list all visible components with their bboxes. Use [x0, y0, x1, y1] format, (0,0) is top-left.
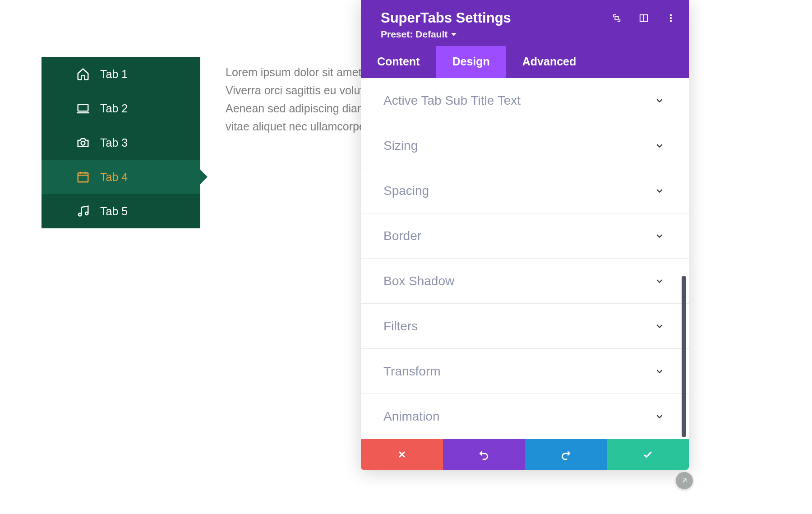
option-label: Border [383, 229, 421, 243]
option-label: Box Shadow [383, 274, 454, 288]
tab-label: Advanced [522, 55, 576, 68]
tab-item-5[interactable]: Tab 5 [42, 194, 200, 228]
svg-rect-0 [78, 104, 88, 111]
cancel-button[interactable] [361, 439, 443, 470]
tab-content[interactable]: Content [361, 46, 436, 78]
option-spacing[interactable]: Spacing [361, 168, 689, 213]
option-border[interactable]: Border [361, 213, 689, 259]
tabs-sidebar: Tab 1 Tab 2 Tab 3 Tab 4 Tab 5 [42, 57, 200, 228]
option-label: Active Tab Sub Title Text [383, 93, 521, 108]
option-active-tab-sub-title-text[interactable]: Active Tab Sub Title Text [361, 78, 689, 123]
options-panel: Active Tab Sub Title Text Sizing Spacing… [361, 78, 689, 439]
svg-rect-5 [615, 16, 618, 19]
option-label: Animation [383, 409, 440, 424]
calendar-icon [76, 170, 90, 184]
home-icon [76, 67, 90, 81]
scrollbar-thumb[interactable] [682, 276, 686, 437]
tab-label: Design [452, 55, 489, 68]
tab-label: Tab 5 [100, 205, 128, 218]
chevron-down-icon [655, 366, 664, 376]
svg-point-7 [670, 14, 672, 16]
svg-point-4 [85, 212, 88, 215]
tab-label: Tab 2 [100, 102, 128, 115]
chevron-down-icon [655, 276, 664, 286]
option-label: Spacing [383, 184, 429, 198]
header-actions [611, 13, 676, 23]
svg-point-8 [670, 17, 672, 19]
chevron-down-icon [655, 412, 664, 421]
tab-design[interactable]: Design [436, 46, 506, 78]
option-label: Sizing [383, 139, 418, 153]
tab-label: Content [377, 55, 420, 68]
tab-item-1[interactable]: Tab 1 [42, 57, 200, 91]
tab-item-2[interactable]: Tab 2 [42, 91, 200, 125]
chevron-down-icon [655, 141, 664, 151]
resize-handle[interactable] [676, 472, 693, 489]
save-button[interactable] [607, 439, 689, 470]
option-label: Filters [383, 319, 418, 333]
modal-tabs: Content Design Advanced [361, 46, 689, 78]
tab-label: Tab 1 [100, 68, 128, 81]
svg-point-9 [670, 20, 672, 22]
kebab-icon[interactable] [665, 13, 676, 23]
svg-rect-2 [78, 173, 88, 182]
option-label: Transform [383, 364, 441, 379]
tab-item-4[interactable]: Tab 4 [42, 160, 200, 194]
option-box-shadow[interactable]: Box Shadow [361, 259, 689, 304]
option-filters[interactable]: Filters [361, 304, 689, 349]
tab-label: Tab 3 [100, 136, 128, 149]
preset-selector[interactable]: Preset: Default [381, 29, 457, 40]
tab-item-3[interactable]: Tab 3 [42, 125, 200, 160]
chevron-down-icon [655, 321, 664, 331]
modal-footer [361, 439, 689, 470]
option-transform[interactable]: Transform [361, 349, 689, 394]
chevron-down-icon [655, 231, 664, 241]
laptop-icon [76, 101, 90, 116]
preset-label: Preset: Default [381, 29, 448, 40]
svg-point-1 [81, 141, 85, 145]
svg-point-3 [78, 213, 81, 216]
option-sizing[interactable]: Sizing [361, 123, 689, 168]
chevron-down-icon [655, 186, 664, 196]
columns-icon[interactable] [638, 13, 649, 23]
modal-header: SuperTabs Settings Preset: Default [361, 0, 689, 46]
expand-icon[interactable] [611, 13, 622, 23]
tab-advanced[interactable]: Advanced [506, 46, 592, 78]
option-animation[interactable]: Animation [361, 394, 689, 439]
undo-button[interactable] [443, 439, 525, 470]
caret-down-icon [451, 33, 457, 36]
redo-button[interactable] [525, 439, 607, 470]
tab-label: Tab 4 [100, 171, 128, 184]
chevron-down-icon [655, 96, 664, 106]
camera-icon [76, 135, 90, 150]
music-icon [76, 204, 90, 218]
settings-modal: SuperTabs Settings Preset: Default Conte… [361, 0, 689, 470]
